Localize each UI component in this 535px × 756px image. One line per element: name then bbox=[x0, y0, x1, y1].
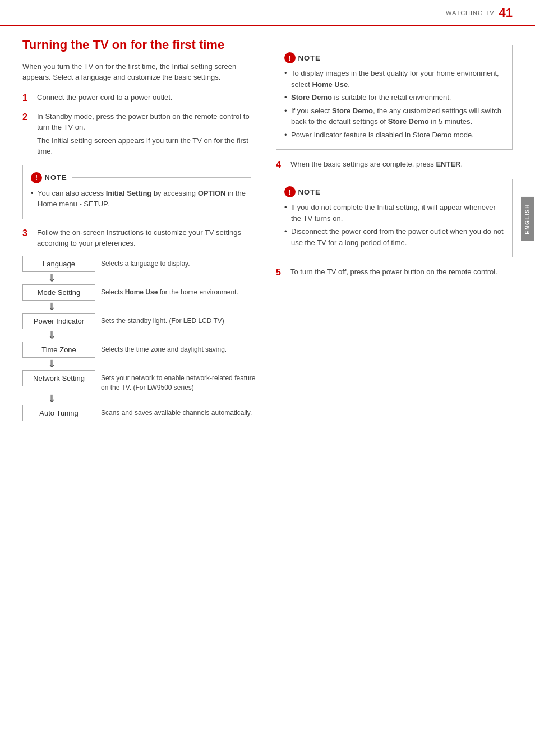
step-4-content: When the basic settings are complete, pr… bbox=[290, 159, 463, 171]
settings-desc-autotuning: Scans and saves available channels autom… bbox=[101, 405, 259, 418]
language-sidebar: ENGLISH bbox=[519, 196, 535, 241]
step-1-text: Connect the power cord to a power outlet… bbox=[37, 93, 172, 102]
step-5: 5 To turn the TV off, press the power bu… bbox=[276, 266, 513, 279]
arrow-network: ⇓ bbox=[22, 394, 259, 404]
note-box-right-top: ! NOTE To display images in the best qua… bbox=[276, 45, 513, 150]
page-title: Turning the TV on for the first time bbox=[22, 37, 259, 53]
note-right-bottom-item-1: If you do not complete the Initial setti… bbox=[284, 202, 504, 224]
step-1-number: 1 bbox=[22, 92, 33, 104]
note-header-right-top: ! NOTE bbox=[284, 52, 504, 63]
note-right-top-item-4: Power Indicator feature is disabled in S… bbox=[284, 130, 504, 141]
intro-paragraph: When you turn the TV on for the first ti… bbox=[22, 61, 259, 83]
note-box-left: ! NOTE You can also access Initial Setti… bbox=[22, 165, 259, 219]
note-right-top-item-1: To display images in the best quality fo… bbox=[284, 68, 504, 90]
note-icon-right-bottom: ! bbox=[284, 186, 296, 197]
step-2-sub: The Initial setting screen appears if yo… bbox=[37, 135, 259, 157]
step-2-number: 2 bbox=[22, 111, 33, 157]
note-line-right-bottom bbox=[325, 192, 504, 192]
note-line-left bbox=[72, 177, 251, 178]
settings-label-power: Power Indicator bbox=[22, 313, 95, 329]
settings-desc-mode: Selects Home Use for the home environmen… bbox=[101, 284, 259, 297]
note-header-right-bottom: ! NOTE bbox=[284, 186, 504, 197]
note-icon-left: ! bbox=[31, 172, 42, 183]
settings-row-autotuning: Auto Tuning Scans and saves available ch… bbox=[22, 405, 259, 421]
settings-label-network: Network Setting bbox=[22, 370, 95, 386]
step-5-number: 5 bbox=[276, 266, 286, 279]
page-header: WATCHING TV 41 bbox=[0, 0, 535, 26]
arrow-language: ⇓ bbox=[22, 273, 259, 283]
note-right-bottom-item-2: Disconnect the power cord from the power… bbox=[284, 226, 504, 248]
step-3-number: 3 bbox=[22, 227, 33, 249]
left-column: Turning the TV on for the first time Whe… bbox=[22, 37, 259, 428]
section-label: WATCHING TV bbox=[446, 10, 495, 16]
settings-row-power: Power Indicator Sets the standby light. … bbox=[22, 313, 259, 329]
step-3: 3 Follow the on-screen instructions to c… bbox=[22, 227, 259, 249]
settings-table: Language Selects a language to display. … bbox=[22, 256, 259, 421]
settings-row-network: Network Setting Sets your network to ena… bbox=[22, 370, 259, 393]
note-label-right-bottom: NOTE bbox=[296, 188, 321, 196]
settings-desc-timezone: Selects the time zone and daylight savin… bbox=[101, 342, 259, 354]
note-label-right-top: NOTE bbox=[296, 54, 321, 62]
step-5-text: To turn the TV off, press the power butt… bbox=[290, 268, 497, 276]
note-header-left: ! NOTE bbox=[31, 172, 251, 183]
settings-row-language: Language Selects a language to display. bbox=[22, 256, 259, 272]
step-2-content: In Standby mode, press the power button … bbox=[37, 111, 259, 157]
note-left-item-1: You can also access Initial Setting by a… bbox=[31, 188, 251, 210]
note-line-right-top bbox=[325, 58, 504, 58]
step-1-content: Connect the power cord to a power outlet… bbox=[37, 92, 172, 104]
settings-desc-network: Sets your network to enable network-rela… bbox=[101, 370, 259, 393]
content-area: Turning the TV on for the first time Whe… bbox=[0, 26, 535, 439]
note-box-right-bottom: ! NOTE If you do not complete the Initia… bbox=[276, 179, 513, 257]
settings-desc-language: Selects a language to display. bbox=[101, 256, 259, 269]
note-label-left: NOTE bbox=[42, 173, 67, 182]
right-column: ! NOTE To display images in the best qua… bbox=[276, 37, 513, 428]
note-right-top-item-3: If you select Store Demo, the any custom… bbox=[284, 105, 504, 127]
step-3-content: Follow the on-screen instructions to cus… bbox=[37, 227, 259, 249]
settings-desc-power: Sets the standby light. (For LED LCD TV) bbox=[101, 313, 259, 326]
sidebar-label: ENGLISH bbox=[521, 197, 534, 241]
arrow-mode: ⇓ bbox=[22, 302, 259, 312]
settings-label-autotuning: Auto Tuning bbox=[22, 405, 95, 421]
settings-row-timezone: Time Zone Selects the time zone and dayl… bbox=[22, 342, 259, 358]
settings-label-mode: Mode Setting bbox=[22, 284, 95, 301]
step-5-content: To turn the TV off, press the power butt… bbox=[290, 266, 497, 279]
note-right-top-item-2: Store Demo is suitable for the retail en… bbox=[284, 92, 504, 103]
step-2-text: In Standby mode, press the power button … bbox=[37, 112, 250, 132]
note-content-left: You can also access Initial Setting by a… bbox=[31, 188, 251, 210]
settings-row-mode: Mode Setting Selects Home Use for the ho… bbox=[22, 284, 259, 301]
step-4-number: 4 bbox=[276, 159, 286, 171]
step-2: 2 In Standby mode, press the power butto… bbox=[22, 111, 259, 157]
settings-label-language: Language bbox=[22, 256, 95, 272]
note-icon-right-top: ! bbox=[284, 52, 296, 63]
arrow-power: ⇓ bbox=[22, 330, 259, 340]
step-1: 1 Connect the power cord to a power outl… bbox=[22, 92, 259, 104]
note-content-right-bottom: If you do not complete the Initial setti… bbox=[284, 202, 504, 248]
note-content-right-top: To display images in the best quality fo… bbox=[284, 68, 504, 140]
page-number: 41 bbox=[499, 6, 513, 20]
arrow-timezone: ⇓ bbox=[22, 359, 259, 369]
step-4: 4 When the basic settings are complete, … bbox=[276, 159, 513, 171]
step-3-text: Follow the on-screen instructions to cus… bbox=[37, 228, 241, 248]
page-container: WATCHING TV 41 ENGLISH Turning the TV on… bbox=[0, 0, 535, 756]
settings-label-timezone: Time Zone bbox=[22, 342, 95, 358]
